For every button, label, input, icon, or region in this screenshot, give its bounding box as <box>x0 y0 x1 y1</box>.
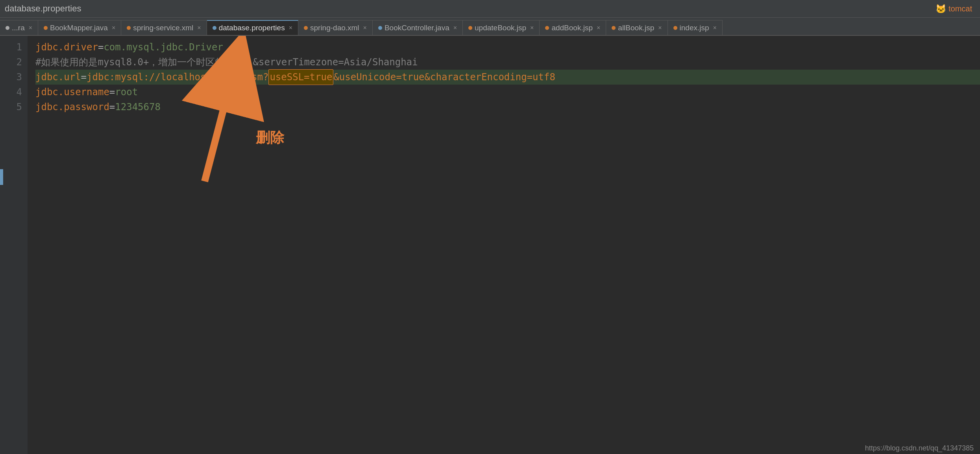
line-numbers: 1 2 3 4 5 <box>0 36 28 454</box>
tab-label-spring-service: spring-service.xml <box>133 24 193 32</box>
code-line-3-highlight: useSSL=true <box>268 69 333 85</box>
tomcat-badge: 🐱 tomcat <box>936 0 972 18</box>
line-num-5: 5 <box>0 100 22 114</box>
tab-close-ra[interactable]: × <box>29 24 32 31</box>
tab-close-spring-dao[interactable]: × <box>363 24 367 31</box>
tab-label-updatebook: updateBook.jsp <box>475 24 526 32</box>
tab-label-bookmapper: BookMapper.java <box>50 24 108 32</box>
bottom-link: https://blog.csdn.net/qq_41347385 <box>865 444 974 452</box>
tab-addbook[interactable]: addBook.jsp × <box>540 20 606 35</box>
tab-allbook[interactable]: allBook.jsp × <box>606 20 668 35</box>
delete-label: 删除 <box>256 130 284 145</box>
code-line-4: jdbc.username=root <box>35 85 980 100</box>
line-num-1: 1 <box>0 40 22 55</box>
tab-close-addbook[interactable]: × <box>597 24 600 31</box>
code-line-2-comment: #如果使用的是mysql8.0+，增加一个时区的配置：&serverTimezo… <box>35 55 418 70</box>
tab-label-index: index.jsp <box>680 24 709 32</box>
tab-close-bookcontroller[interactable]: × <box>453 24 457 31</box>
tab-close-allbook[interactable]: × <box>658 24 662 31</box>
tab-label-addbook: addBook.jsp <box>551 24 593 32</box>
tab-close-spring-service[interactable]: × <box>197 24 201 31</box>
code-line-4-key: jdbc.username <box>35 85 109 100</box>
tab-spring-dao[interactable]: spring-dao.xml × <box>298 20 373 35</box>
tomcat-icon: 🐱 <box>936 4 946 14</box>
tab-label-spring-dao: spring-dao.xml <box>310 24 359 32</box>
editor-area: 1 2 3 4 5 jdbc.driver=com.mysql.jdbc.Dri… <box>0 36 980 454</box>
bottom-bar: https://blog.csdn.net/qq_41347385 <box>859 443 980 454</box>
code-line-3-key: jdbc.url <box>35 70 81 85</box>
tab-close-database[interactable]: × <box>289 24 292 31</box>
tab-index[interactable]: index.jsp × <box>668 20 723 35</box>
tab-label-bookcontroller: BookController.java <box>385 24 449 32</box>
code-line-1-key: jdbc.driver <box>35 40 98 55</box>
code-line-3-url-pre: jdbc:mysql://localhost:3306/ssm? <box>87 70 268 85</box>
tomcat-label: tomcat <box>949 4 972 13</box>
code-line-1-val: com.mysql.jdbc.Driver <box>104 40 223 55</box>
tab-label-allbook: allBook.jsp <box>618 24 654 32</box>
code-line-5: jdbc.password=12345678 <box>35 100 980 114</box>
tab-database[interactable]: database.properties × <box>207 20 298 35</box>
title-bar-text: database.properties <box>5 4 81 14</box>
code-line-2: #如果使用的是mysql8.0+，增加一个时区的配置：&serverTimezo… <box>35 55 980 70</box>
tab-bookcontroller[interactable]: BookController.java × <box>373 20 463 35</box>
code-line-5-val: 12345678 <box>115 100 161 114</box>
title-bar: database.properties 🐱 tomcat <box>0 0 980 18</box>
tab-ra[interactable]: ...ra × <box>0 20 38 35</box>
tab-label-ra: ...ra <box>12 24 25 32</box>
line-num-2: 2 <box>0 55 22 70</box>
code-line-3: jdbc.url=jdbc:mysql://localhost:3306/ssm… <box>35 70 980 85</box>
code-line-1: jdbc.driver=com.mysql.jdbc.Driver <box>35 40 980 55</box>
tab-label-database: database.properties <box>219 24 285 32</box>
code-content[interactable]: jdbc.driver=com.mysql.jdbc.Driver #如果使用的… <box>28 36 980 454</box>
code-line-4-val: root <box>115 85 138 100</box>
code-line-5-key: jdbc.password <box>35 100 109 114</box>
tabs-bar: ...ra × BookMapper.java × spring-service… <box>0 18 980 36</box>
line-num-4: 4 <box>0 85 22 100</box>
left-accent-bar <box>0 169 3 185</box>
tab-spring-service[interactable]: spring-service.xml × <box>121 20 207 35</box>
line-num-3: 3 <box>0 70 22 85</box>
tab-updatebook[interactable]: updateBook.jsp × <box>463 20 540 35</box>
tab-close-updatebook[interactable]: × <box>530 24 534 31</box>
code-line-3-url-post: &useUnicode=true&characterEncoding=utf8 <box>333 70 555 85</box>
tab-bookmapper[interactable]: BookMapper.java × <box>38 20 121 35</box>
tab-close-index[interactable]: × <box>713 24 717 31</box>
tab-close-bookmapper[interactable]: × <box>112 24 115 31</box>
